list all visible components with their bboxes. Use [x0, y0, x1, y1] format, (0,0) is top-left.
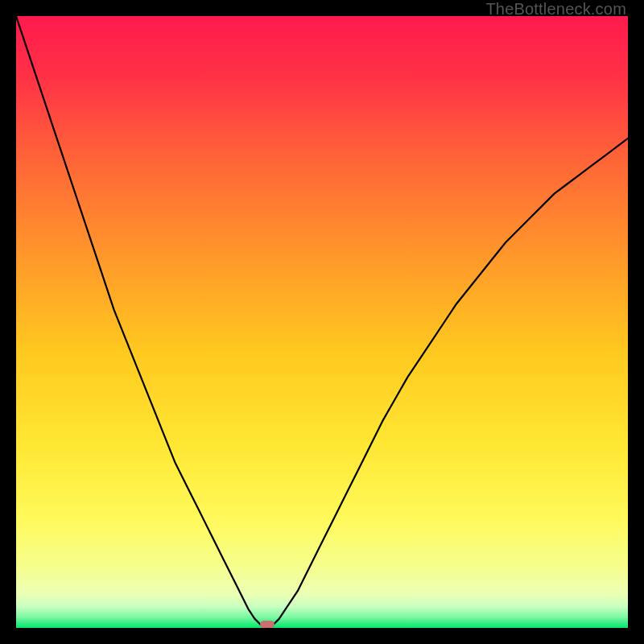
optimum-marker	[260, 621, 275, 628]
watermark-text: TheBottleneck.com	[485, 0, 626, 19]
bottleneck-curve	[16, 16, 628, 628]
plot-area	[16, 16, 628, 628]
chart-frame: TheBottleneck.com	[0, 0, 644, 644]
